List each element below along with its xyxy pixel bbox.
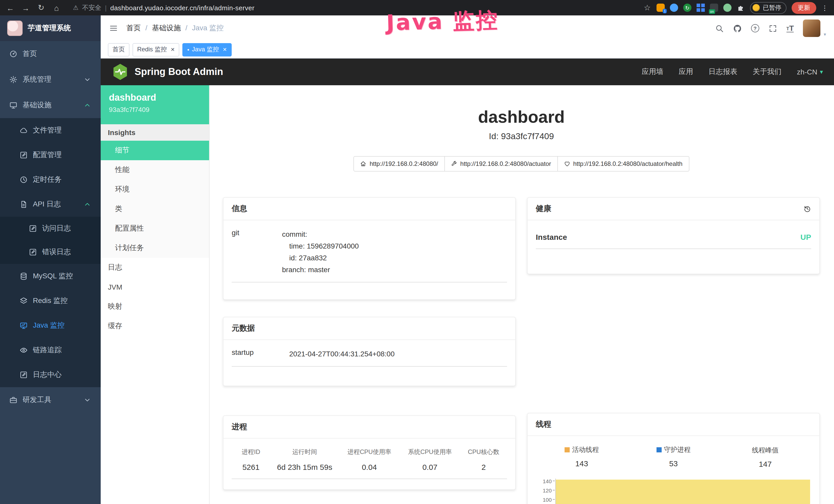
breadcrumb: 首页 / 基础设施 / Java 监控 [126,24,224,33]
locale-selector[interactable]: zh-CN ▾ [797,68,823,76]
search-icon[interactable] [715,24,724,32]
history-icon[interactable] [804,205,811,212]
sba-item-jvm[interactable]: JVM [101,277,209,297]
page-instance-id: Id: 93a3fc7f7409 [223,132,820,142]
sba-nav-wall[interactable]: 应用墙 [642,67,663,76]
user-avatar[interactable] [803,20,821,37]
sidebar-item-devtools[interactable]: 研发工具 [0,387,101,413]
browser-menu-icon[interactable]: ⋮ [821,4,828,12]
extension-orange-icon[interactable]: 1 [657,4,665,12]
chrome-update-button[interactable]: 更新 [792,2,816,14]
health-card-title: 健康 [528,198,819,220]
sidebar-item-label: 日志中心 [33,370,62,380]
java-monitor-icon [20,321,28,330]
tab-redis-monitor[interactable]: Redis 监控 ✕ [133,43,179,56]
sidebar-item-trace[interactable]: 链路追踪 [0,338,101,363]
health-url-button[interactable]: http://192.168.0.2:48080/actuator/health [557,156,689,171]
browser-home-icon[interactable]: ⌂ [52,3,61,12]
log-edit-icon [29,224,37,233]
extension-leaf-icon[interactable] [723,4,731,12]
tab-home[interactable]: 首页 [108,43,129,56]
process-card-title: 进程 [223,416,515,438]
forward-icon[interactable]: → [22,3,30,12]
sidebar-item-label: API 日志 [33,200,61,209]
instance-header[interactable]: dashboard 93a3fc7f7409 [101,85,209,124]
sidebar-item-job[interactable]: 定时任务 [0,167,101,192]
sba-item-metrics[interactable]: 性能 [101,160,209,180]
tab-java-monitor[interactable]: ● Java 监控 ✕ [183,43,232,56]
sba-item-scheduled-tasks[interactable]: 计划任务 [101,238,209,258]
tab-close-icon[interactable]: ✕ [223,47,227,52]
extension-blue-drop-icon[interactable] [670,4,678,12]
actuator-url-button[interactable]: http://192.168.0.2:48080/actuator [445,156,558,171]
threads-chart-yaxis: 140 120 100 [536,479,555,504]
service-url-button[interactable]: http://192.168.0.2:48080/ [354,156,445,171]
sidebar-item-apilog[interactable]: API 日志 [0,192,101,217]
locale-label: zh-CN [797,68,817,76]
breadcrumb-separator: / [146,24,148,33]
sidebar-item-accesslog[interactable]: 访问日志 [0,217,101,240]
breadcrumb-infra[interactable]: 基础设施 [152,24,181,33]
back-icon[interactable]: ← [6,3,14,12]
sba-item-classes[interactable]: 类 [101,199,209,219]
daemon-threads-swatch [656,447,661,452]
sidebar-item-infra[interactable]: 基础设施 [0,92,101,118]
fullscreen-icon[interactable] [768,24,777,32]
sba-nav-journal[interactable]: 日志报表 [709,67,738,76]
metadata-value: 2021-04-27T00:44:31.254+08:00 [289,348,507,360]
extensions-puzzle-icon[interactable] [737,4,745,12]
font-size-icon[interactable]: T T [787,24,794,32]
sba-nav-about[interactable]: 关于我们 [753,67,782,76]
sidebar-item-java[interactable]: Java 监控 [0,313,101,338]
security-label: 不安全 [82,3,102,12]
sidebar-item-config[interactable]: 配置管理 [0,143,101,167]
log-edit-icon [20,371,28,379]
help-icon[interactable]: ? [751,24,759,32]
extension-dark-icon[interactable]: on [710,4,718,12]
sidebar-item-errorlog[interactable]: 错误日志 [0,240,101,264]
address-bar[interactable]: ⚠ 不安全 | dashboard.yudao.iocoder.cn/infra… [73,3,255,12]
legend-peak-threads: 线程峰值 147 [720,445,811,468]
legend-live-threads: 活动线程 143 [536,445,628,468]
sidebar-item-mysql[interactable]: MySQL 监控 [0,264,101,289]
sba-item-mappings[interactable]: 映射 [101,297,209,316]
sidebar-item-system[interactable]: 系统管理 [0,67,101,92]
sba-item-environment[interactable]: 环境 [101,180,209,199]
avatar-caret-icon[interactable]: ▾ [824,32,826,37]
sidebar-item-label: Java 监控 [33,321,64,330]
paused-extension-chip[interactable]: 已暂停 [750,2,787,14]
sba-item-logs[interactable]: 日志 [101,258,209,277]
sidebar-item-home[interactable]: 首页 [0,41,101,67]
sba-sidebar: dashboard 93a3fc7f7409 Insights 细节 性能 环境… [101,85,210,504]
sidebar-item-logcenter[interactable]: 日志中心 [0,363,101,387]
header-actions: ? T T ▾ [715,20,826,37]
extension-grid-icon[interactable] [697,4,705,12]
github-icon[interactable] [733,24,742,32]
tab-close-icon[interactable]: ✕ [171,47,175,52]
sidebar-item-file[interactable]: 文件管理 [0,118,101,143]
paused-label: 已暂停 [763,3,781,12]
breadcrumb-home[interactable]: 首页 [126,24,141,33]
hamburger-icon[interactable] [109,24,118,33]
sidebar-item-redis[interactable]: Redis 监控 [0,289,101,313]
process-col: CPU核心数 2 [460,448,507,472]
health-card: 健康 Instance UP [527,197,820,274]
extension-green-refresh-icon[interactable]: ↻ [683,4,692,12]
sba-item-details[interactable]: 细节 [101,141,209,160]
info-value: commit: time: 1596289704000 id: 27aa832 … [282,229,507,276]
bookmark-star-icon[interactable]: ☆ [643,3,651,12]
sba-nav-applications[interactable]: 应用 [679,67,693,76]
process-col: 进程ID 5261 [232,448,270,472]
screen: ← → ↻ ⌂ ⚠ 不安全 | dashboard.yudao.iocoder.… [0,0,834,504]
metadata-card: 元数据 startup 2021-04-27T00:44:31.254+08:0… [223,317,516,386]
reload-icon[interactable]: ↻ [37,3,45,12]
breadcrumb-separator: / [185,24,188,33]
eye-icon [20,346,28,354]
process-col: 系统CPU使用率 0.07 [400,448,460,472]
sba-brand-title[interactable]: Spring Boot Admin [135,66,223,77]
sba-item-config-props[interactable]: 配置属性 [101,219,209,238]
sba-item-caches[interactable]: 缓存 [101,316,209,336]
metadata-card-title: 元数据 [223,317,515,340]
actuator-url: http://192.168.0.2:48080/actuator [460,160,551,167]
app-logo-row[interactable]: 芋道管理系统 [0,16,101,41]
